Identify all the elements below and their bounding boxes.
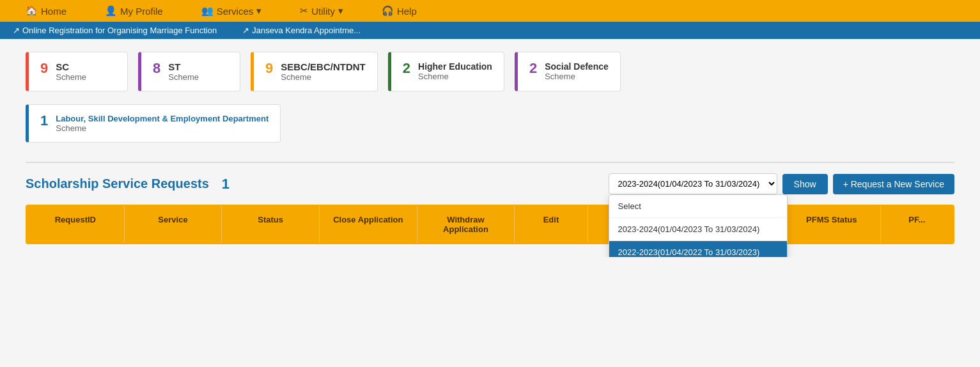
scheme-cards-row2: 1 Labour, Skill Development & Employment… — [26, 104, 954, 143]
new-service-button[interactable]: + Request a New Service — [833, 174, 954, 194]
services-group-icon: 👥 — [201, 5, 214, 17]
year-select[interactable]: 2023-2024(01/04/2023 To 31/03/2024) 2022… — [609, 173, 777, 194]
services-dropdown-icon: ▾ — [256, 5, 261, 17]
st-count: 8 — [153, 61, 160, 75]
sc-scheme-label: Scheme — [56, 72, 86, 82]
sc-scheme-name: SC — [56, 61, 86, 72]
help-icon: 🎧 — [382, 5, 394, 17]
st-scheme-card[interactable]: 8 ST Scheme — [138, 52, 240, 91]
scholarship-section: Scholarship Service Requests 1 2023-2024… — [26, 173, 954, 244]
sebc-scheme-label: Scheme — [281, 72, 366, 82]
col-pf: PF... — [881, 206, 953, 243]
he-count: 2 — [403, 61, 410, 75]
sebc-scheme-card[interactable]: 9 SEBC/EBC/NTDNT Scheme — [251, 52, 378, 91]
labour-scheme-label: Scheme — [56, 123, 268, 133]
st-scheme-name: ST — [168, 61, 199, 72]
sebc-count: 9 — [265, 61, 273, 75]
external-link-icon-1: ↗ — [13, 26, 20, 35]
service-requests-table: RequestID Service Status Close Applicati… — [26, 205, 954, 244]
utility-dropdown-icon: ▾ — [338, 5, 343, 17]
main-content: 9 SC Scheme 8 ST Scheme 9 SEBC/EBC/NTDNT… — [0, 39, 980, 257]
col-service: Service — [125, 206, 222, 243]
year-dropdown-menu: Select 2023-2024(01/04/2023 To 31/03/202… — [609, 194, 788, 257]
col-status: Status — [222, 206, 320, 243]
sd-scheme-name: Social Defence — [545, 61, 609, 72]
services-link[interactable]: 👥 Services ▾ — [201, 5, 262, 17]
sc-count: 9 — [40, 61, 48, 75]
col-pfms-status: PFMS Status — [783, 206, 881, 243]
he-scheme-card[interactable]: 2 Higher Education Scheme — [388, 52, 504, 91]
sd-scheme-label: Scheme — [545, 72, 609, 81]
labour-count: 1 — [40, 114, 48, 128]
help-link[interactable]: 🎧 Help — [382, 5, 417, 17]
col-withdraw-app: Withdraw Application — [417, 206, 515, 243]
he-scheme-label: Scheme — [418, 72, 492, 81]
col-request-id: RequestID — [27, 206, 125, 243]
dropdown-option-select[interactable]: Select — [609, 195, 787, 218]
profile-icon: 👤 — [105, 5, 117, 17]
scholarship-header: Scholarship Service Requests 1 2023-2024… — [26, 173, 954, 194]
col-edit: Edit — [515, 206, 587, 243]
labour-scheme-card[interactable]: 1 Labour, Skill Development & Employment… — [26, 104, 281, 143]
sd-count: 2 — [529, 61, 537, 75]
ticker-link-1[interactable]: ↗ Online Registration for Organising Mar… — [13, 26, 217, 35]
home-icon: 🏠 — [26, 5, 38, 17]
sc-scheme-card[interactable]: 9 SC Scheme — [26, 52, 128, 91]
col-close-app: Close Application — [320, 206, 417, 243]
dropdown-option-2023[interactable]: 2023-2024(01/04/2023 To 31/03/2024) — [609, 218, 787, 241]
scholarship-title: Scholarship Service Requests — [26, 176, 209, 191]
dropdown-option-2022[interactable]: 2022-2023(01/04/2022 To 31/03/2023) — [609, 241, 787, 257]
st-scheme-label: Scheme — [168, 72, 199, 82]
utility-link[interactable]: ✂ Utility ▾ — [300, 5, 343, 17]
table-header: RequestID Service Status Close Applicati… — [27, 206, 953, 243]
top-navigation: 🏠 Home 👤 My Profile 👥 Services ▾ ✂ Utili… — [0, 0, 980, 22]
external-link-icon-2: ↗ — [242, 26, 249, 35]
labour-scheme-name: Labour, Skill Development & Employment D… — [56, 114, 268, 123]
utility-icon: ✂ — [300, 5, 308, 17]
annotation-number: 1 — [222, 176, 229, 192]
sd-scheme-card[interactable]: 2 Social Defence Scheme — [515, 52, 621, 91]
scholarship-controls: 2023-2024(01/04/2023 To 31/03/2024) 2022… — [609, 173, 954, 194]
my-profile-link[interactable]: 👤 My Profile — [105, 5, 163, 17]
he-scheme-name: Higher Education — [418, 61, 492, 72]
home-link[interactable]: 🏠 Home — [26, 5, 66, 17]
sebc-scheme-name: SEBC/EBC/NTDNT — [281, 61, 366, 72]
show-button[interactable]: Show — [782, 174, 828, 194]
ticker-bar: ↗ Online Registration for Organising Mar… — [0, 22, 980, 39]
scheme-cards-row1: 9 SC Scheme 8 ST Scheme 9 SEBC/EBC/NTDNT… — [26, 52, 954, 91]
ticker-link-2[interactable]: ↗ Janseva Kendra Appointme... — [242, 26, 361, 35]
